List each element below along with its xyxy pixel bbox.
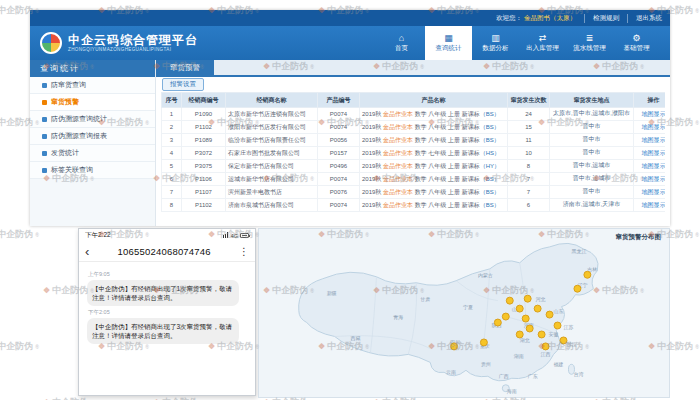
province-label: 贵州 — [481, 361, 491, 367]
sms-bubble: 【中企防伪】有经销商出现了1次窜货预警，敬请注意！详情请登录后台查询。 — [87, 280, 239, 306]
table-row: 3P1089临汾市新华书店有限责任公司P00562019秋 金品作业本 数学 八… — [162, 134, 666, 147]
province-label: 江西 — [541, 351, 551, 358]
cell-product-name: 2019秋 金品作业本 数学 八年级 上册 新课标（BS） — [360, 173, 508, 186]
more-menu-icon[interactable]: ⋮ — [239, 246, 249, 257]
cell-product-no: P0074 — [318, 173, 360, 186]
cell-no: 8 — [162, 199, 182, 212]
nav-item-warehouse[interactable]: ⇄出入库管理 — [519, 26, 566, 60]
sidebar-items: 防窜货查询窜货预警防伪溯源查询统计防伪溯源查询报表发货统计标签关联查询 — [30, 77, 155, 179]
watermark: ❖中企防伪® — [43, 396, 94, 400]
map-show-link[interactable]: 地图显示 — [642, 202, 666, 208]
sidebar-item[interactable]: 防伪溯源查询统计 — [30, 111, 155, 128]
sidebar-item[interactable]: 窜货预警 — [30, 94, 155, 111]
cell-location: 晋中市 — [550, 147, 634, 160]
alert-marker[interactable] — [516, 305, 523, 312]
nav-item-pipeline[interactable]: ≣流水线管理 — [566, 26, 613, 60]
map-show-link[interactable]: 地图显示 — [642, 189, 666, 195]
sidebar-item[interactable]: 发货统计 — [30, 145, 155, 162]
tab-channel-alert[interactable]: 窜货预警 — [156, 60, 214, 75]
alarm-settings-button[interactable]: 报警设置 — [162, 78, 204, 91]
alert-marker[interactable] — [524, 295, 531, 302]
sidebar-item-label: 窜货预警 — [51, 97, 79, 107]
alert-marker[interactable] — [554, 322, 561, 329]
alert-marker[interactable] — [546, 311, 553, 318]
cell-count: 7 — [508, 173, 550, 186]
cell-product-no: P0074 — [318, 121, 360, 134]
column-header: 产品名称 — [360, 93, 508, 108]
data-analysis-icon: ▥ — [491, 34, 500, 43]
cell-action: 地图显示 — [634, 121, 666, 134]
rules-link[interactable]: 检测规则 — [584, 14, 619, 23]
app-header: 中企云码综合管理平台 ZHONGQIYUNMAZONGHEGUANLIPINGT… — [30, 26, 670, 60]
watermark: ❖中企防伪® — [0, 228, 39, 241]
cell-count: 7 — [508, 186, 550, 199]
alert-marker[interactable] — [516, 331, 523, 338]
cell-product-no: P0074 — [318, 108, 360, 121]
alert-marker[interactable] — [534, 305, 541, 312]
cell-dealer-no: P1107 — [182, 186, 226, 199]
alert-marker[interactable] — [480, 339, 487, 346]
nav-item-analysis[interactable]: ▥数据分析 — [472, 26, 519, 60]
alert-marker[interactable] — [502, 313, 509, 320]
base-mgmt-icon: ⚙ — [632, 34, 640, 43]
back-icon[interactable]: ‹ — [85, 245, 89, 258]
message-timestamp: 上午9:05 — [88, 271, 247, 278]
alert-marker[interactable] — [494, 319, 501, 326]
phone-status-bar: 下午2:22 4G — [79, 229, 255, 242]
cell-product-no: P0496 — [318, 160, 360, 173]
nav-item-query[interactable]: ▦查询统计 — [425, 26, 472, 60]
map-show-link[interactable]: 地图显示 — [642, 137, 666, 143]
sidebar-item[interactable]: 防伪溯源查询报表 — [30, 128, 155, 145]
province-label: 江苏 — [564, 324, 574, 331]
alert-marker[interactable] — [574, 285, 581, 292]
cell-location: 晋中市,运城市 — [550, 160, 634, 173]
cell-dealer-name: 太原市新华书店连锁有限公司 — [226, 108, 318, 121]
brand-logo-icon — [40, 32, 62, 54]
column-header: 经销商编号 — [182, 93, 226, 108]
main-nav: ⌂首页▦查询统计▥数据分析⇄出入库管理≣流水线管理⚙基础管理 — [378, 26, 660, 60]
cell-product-name: 2019秋 金品作业本 数学 八年级 上册 新课标（BS） — [360, 186, 508, 199]
alert-marker[interactable] — [506, 297, 513, 304]
alert-marker[interactable] — [560, 337, 567, 344]
alert-marker[interactable] — [526, 325, 533, 332]
cell-count: 15 — [508, 121, 550, 134]
cell-dealer-no: P1102 — [182, 199, 226, 212]
province-label: 山东 — [554, 308, 564, 314]
cell-product-name: 2019秋 金品作业本 数学 八年级 上册 新课标（BS） — [360, 199, 508, 212]
province-label: 湖南 — [514, 353, 524, 359]
alert-marker[interactable] — [584, 271, 591, 278]
cell-location: 太原市,晋中市,运城市,濮阳市 — [550, 108, 634, 121]
alert-marker[interactable] — [522, 315, 529, 322]
map-show-link[interactable]: 地图显示 — [642, 111, 666, 117]
cell-action: 地图显示 — [634, 160, 666, 173]
logout-link[interactable]: 退出系统 — [627, 14, 662, 23]
alert-marker[interactable] — [542, 343, 549, 350]
cell-location: 济南市,运城市,天津市 — [550, 199, 634, 212]
sidebar-item-label: 发货统计 — [51, 148, 79, 158]
phone-sms-screenshot: 下午2:22 4G ‹ 10655024068074746 ⋮ 上午9:05【中… — [78, 228, 256, 396]
nav-item-home[interactable]: ⌂首页 — [378, 26, 425, 60]
nav-item-base[interactable]: ⚙基础管理 — [613, 26, 660, 60]
map-show-link[interactable]: 地图显示 — [642, 176, 666, 182]
province-label: 河北 — [536, 296, 546, 303]
admin-app-window: 欢迎您：金品图书（太原） 检测规则 退出系统 中企云码综合管理平台 ZHONGQ… — [30, 10, 670, 226]
alert-marker[interactable] — [538, 331, 545, 338]
province-label: 云南 — [446, 369, 456, 375]
cell-dealer-name: 石家庄市图书批发有限公司 — [226, 147, 318, 160]
app-subtitle: ZHONGQIYUNMAZONGHEGUANLIPINGTAI — [68, 47, 198, 52]
cell-count: 11 — [508, 134, 550, 147]
table-row: 5P3075保定市新华书店有限公司P04962019秋 金品作业本 数学 八年级… — [162, 160, 666, 173]
province-label: 福建 — [554, 361, 564, 368]
cell-dealer-no: P1090 — [182, 108, 226, 121]
map-show-link[interactable]: 地图显示 — [642, 150, 666, 156]
sidebar-item[interactable]: 防窜货查询 — [30, 77, 155, 94]
battery-icon — [240, 233, 249, 238]
table-row: 8P1102济南市泉城书店有限公司P00742019秋 金品作业本 数学 八年级… — [162, 199, 666, 212]
map-show-link[interactable]: 地图显示 — [642, 124, 666, 130]
map-show-link[interactable]: 地图显示 — [642, 163, 666, 169]
sidebar-item-label: 标签关联查询 — [51, 165, 93, 175]
alert-marker[interactable] — [451, 343, 458, 350]
sidebar-item[interactable]: 标签关联查询 — [30, 162, 155, 179]
cell-action: 地图显示 — [634, 199, 666, 212]
nav-item-label: 查询统计 — [436, 44, 462, 53]
